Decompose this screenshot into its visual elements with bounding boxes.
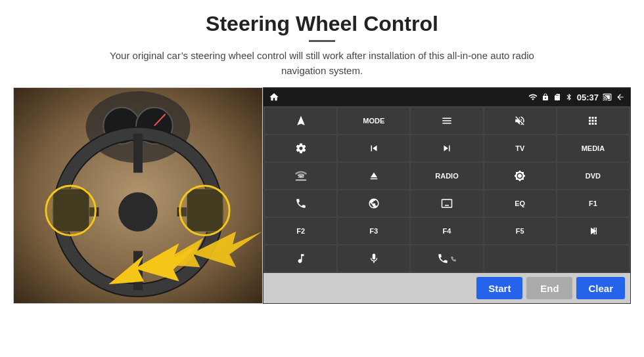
dvd-btn[interactable]: DVD — [557, 163, 629, 189]
360-btn[interactable]: 360 — [265, 163, 336, 189]
title-divider — [309, 40, 335, 42]
empty2-btn — [557, 245, 629, 272]
next-btn[interactable] — [411, 135, 482, 161]
list-btn[interactable] — [411, 108, 482, 134]
browser-btn[interactable] — [338, 190, 409, 217]
phone-btn[interactable] — [265, 190, 336, 217]
screen-btn[interactable] — [411, 190, 482, 217]
back-icon — [616, 93, 625, 102]
status-right: 05:37 — [528, 93, 625, 102]
page-title: Steering Wheel Control — [206, 12, 438, 36]
f1-btn[interactable]: F1 — [557, 190, 629, 217]
bottom-bar: Start End Clear — [264, 273, 630, 303]
lock-icon — [541, 93, 549, 101]
steering-wheel-image — [13, 87, 263, 304]
status-left — [269, 92, 279, 102]
svg-point-15 — [46, 186, 96, 236]
bluetooth-icon — [565, 93, 573, 102]
page-container: Steering Wheel Control Your original car… — [0, 0, 644, 357]
settings-btn[interactable] — [265, 135, 336, 161]
button-grid: MODE TV — [264, 106, 630, 273]
page-subtitle: Your original car’s steering wheel contr… — [92, 49, 552, 78]
end-button[interactable]: End — [526, 277, 572, 299]
playpause-btn[interactable] — [557, 218, 629, 244]
status-time: 05:37 — [577, 93, 599, 102]
sd-icon — [553, 93, 561, 102]
svg-text:360: 360 — [298, 175, 304, 178]
svg-point-16 — [180, 186, 230, 236]
mic-btn[interactable] — [338, 245, 409, 272]
phonecall-btn[interactable] — [411, 245, 482, 272]
tv-btn[interactable]: TV — [484, 135, 556, 161]
eject-btn[interactable] — [338, 163, 409, 189]
status-bar: 05:37 — [264, 88, 630, 106]
f4-btn[interactable]: F4 — [411, 218, 482, 244]
home-icon — [269, 92, 279, 102]
svg-rect-21 — [594, 228, 595, 235]
music-btn[interactable] — [265, 245, 336, 272]
radio-btn[interactable]: RADIO — [411, 163, 482, 189]
prev-btn[interactable] — [338, 135, 409, 161]
start-button[interactable]: Start — [476, 277, 522, 299]
cast-icon — [603, 93, 612, 102]
phone-panel: 05:37 MODE — [263, 87, 631, 304]
svg-rect-19 — [295, 180, 306, 181]
mode-btn[interactable]: MODE — [338, 108, 409, 134]
brightness-btn[interactable] — [484, 163, 556, 189]
wifi-icon — [528, 93, 538, 102]
eq-btn[interactable]: EQ — [484, 190, 556, 217]
f3-btn[interactable]: F3 — [338, 218, 409, 244]
content-row: 05:37 MODE — [13, 87, 631, 304]
apps-btn[interactable] — [557, 108, 629, 134]
f5-btn[interactable]: F5 — [484, 218, 556, 244]
nav-btn[interactable] — [265, 108, 336, 134]
mute-btn[interactable] — [484, 108, 556, 134]
media-btn[interactable]: MEDIA — [557, 135, 629, 161]
svg-point-12 — [118, 192, 158, 232]
f2-btn[interactable]: F2 — [265, 218, 336, 244]
clear-button[interactable]: Clear — [576, 277, 625, 299]
svg-rect-22 — [596, 228, 597, 235]
empty1-btn — [484, 245, 556, 272]
